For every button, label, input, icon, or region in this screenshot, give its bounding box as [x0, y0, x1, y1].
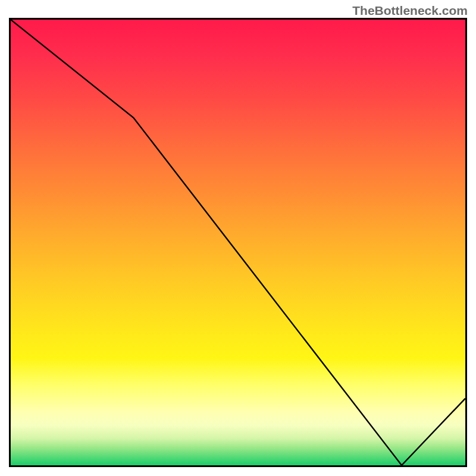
- watermark-text: TheBottleneck.com: [352, 4, 468, 18]
- chart-container: TheBottleneck.com: [0, 0, 476, 476]
- plot-area: [9, 18, 467, 467]
- line-plot: [11, 20, 465, 465]
- data-line: [11, 20, 465, 465]
